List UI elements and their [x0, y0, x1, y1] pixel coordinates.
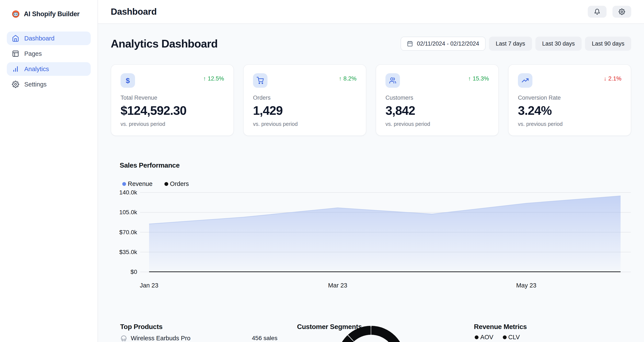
sidebar-item-label: Dashboard	[24, 35, 54, 42]
sales-chart-legend: Revenue Orders	[122, 180, 631, 188]
gear-icon	[619, 8, 625, 15]
robot-logo-icon	[12, 10, 20, 18]
legend-item-clv: CLV	[503, 334, 520, 341]
main-area: Dashboard Analytics Dashboard 02/11/2024…	[98, 0, 644, 342]
legend-item-orders: Orders	[164, 180, 189, 188]
sidebar-item-dashboard[interactable]: Dashboard	[7, 32, 91, 45]
sidebar-item-label: Analytics	[24, 66, 49, 72]
stat-card-customers: ↑15.3% Customers 3,842 vs. previous peri…	[376, 64, 499, 136]
area-chart-svg: $0$35.0k$70.0k$105.0k$140.0kJan 23Mar 23…	[111, 189, 631, 296]
svg-text:Jan 23: Jan 23	[140, 282, 158, 289]
stat-label: Orders	[253, 94, 356, 101]
stat-delta: ↑15.3%	[468, 76, 489, 82]
users-icon	[386, 73, 400, 88]
bell-icon	[594, 8, 600, 15]
stat-value: $124,592.30	[120, 103, 224, 118]
stat-compare: vs. previous period	[120, 121, 224, 127]
calendar-icon	[407, 41, 413, 47]
bar-chart-icon	[12, 66, 19, 72]
sidebar-item-pages[interactable]: Pages	[7, 47, 91, 60]
date-range-picker[interactable]: 02/11/2024 - 02/12/2024	[400, 37, 485, 51]
svg-text:$140.0k: $140.0k	[116, 189, 137, 196]
range-last-7-days-button[interactable]: Last 7 days	[489, 37, 532, 51]
headphones-icon	[120, 334, 127, 342]
analytics-heading: Analytics Dashboard	[111, 37, 218, 50]
stat-value: 3,842	[386, 103, 489, 118]
arrow-up-icon: ↑	[468, 76, 471, 82]
range-last-30-days-button[interactable]: Last 30 days	[536, 37, 582, 51]
top-products-title: Top Products	[120, 323, 278, 331]
stat-card-orders: ↑8.2% Orders 1,429 vs. previous period	[243, 64, 366, 136]
header-actions	[588, 6, 631, 18]
analytics-heading-row: Analytics Dashboard 02/11/2024 - 02/12/2…	[111, 37, 631, 51]
gear-icon	[12, 81, 19, 88]
layout-icon	[12, 50, 19, 57]
date-range-cluster: 02/11/2024 - 02/12/2024 Last 7 days Last…	[400, 37, 631, 51]
svg-text:$105.0k: $105.0k	[116, 209, 137, 216]
stat-card-conversion-rate: ↓2.1% Conversion Rate 3.24% vs. previous…	[508, 64, 631, 136]
sidebar-item-label: Pages	[24, 50, 42, 57]
svg-text:$35.0k: $35.0k	[119, 249, 137, 255]
stat-delta: ↑12.5%	[203, 76, 224, 82]
content: Analytics Dashboard 02/11/2024 - 02/12/2…	[98, 24, 644, 342]
legend-item-aov: AOV	[475, 334, 493, 341]
product-sales: 456 sales	[252, 335, 278, 342]
top-products-panel: Top Products Wireless Earbuds Pro 456 sa…	[111, 323, 278, 342]
list-item: Wireless Earbuds Pro 456 sales	[120, 334, 278, 342]
settings-button[interactable]	[612, 6, 631, 18]
arrow-up-icon: ↑	[339, 76, 342, 82]
sidebar: AI Shopify Builder Dashboard Pages Analy…	[0, 0, 98, 342]
svg-text:Mar 23: Mar 23	[328, 282, 347, 289]
revenue-metrics-legend: AOV CLV	[475, 334, 631, 341]
svg-text:$0: $0	[130, 268, 137, 275]
stats-row: $ ↑12.5% Total Revenue $124,592.30 vs. p…	[111, 64, 631, 136]
clv-dot-icon	[503, 336, 507, 339]
stat-value: 1,429	[253, 103, 356, 118]
sidebar-item-settings[interactable]: Settings	[7, 78, 91, 91]
stat-card-total-revenue: $ ↑12.5% Total Revenue $124,592.30 vs. p…	[111, 64, 234, 136]
sales-performance-title: Sales Performance	[120, 162, 631, 169]
sidebar-item-analytics[interactable]: Analytics	[7, 62, 91, 76]
sidebar-item-label: Settings	[24, 81, 47, 88]
orders-dot-icon	[164, 182, 168, 186]
home-icon	[12, 35, 19, 42]
revenue-metrics-title: Revenue Metrics	[474, 323, 631, 331]
legend-item-revenue: Revenue	[122, 180, 152, 188]
page-title: Dashboard	[111, 6, 157, 17]
revenue-metrics-panel: Revenue Metrics AOV CLV	[464, 323, 631, 342]
customer-segments-panel: Customer Segments	[288, 323, 454, 342]
stat-label: Conversion Rate	[518, 94, 622, 101]
notifications-button[interactable]	[588, 6, 606, 18]
aov-dot-icon	[475, 336, 478, 339]
product-name: Wireless Earbuds Pro	[120, 334, 248, 342]
sales-performance-chart: $0$35.0k$70.0k$105.0k$140.0kJan 23Mar 23…	[111, 189, 631, 296]
sidebar-nav: Dashboard Pages Analytics Settings	[7, 32, 91, 91]
cart-icon	[253, 73, 268, 88]
bottom-section: Top Products Wireless Earbuds Pro 456 sa…	[111, 323, 631, 342]
app-window: AI Shopify Builder Dashboard Pages Analy…	[0, 0, 644, 342]
arrow-up-icon: ↑	[203, 76, 206, 82]
svg-text:$70.0k: $70.0k	[119, 229, 137, 236]
top-header: Dashboard	[98, 0, 644, 24]
stat-compare: vs. previous period	[386, 121, 489, 127]
stat-label: Total Revenue	[120, 94, 224, 101]
stat-value: 3.24%	[518, 103, 622, 118]
stat-compare: vs. previous period	[518, 121, 622, 127]
arrow-down-icon: ↓	[604, 76, 607, 82]
date-range-value: 02/11/2024 - 02/12/2024	[417, 40, 479, 47]
trending-up-icon	[518, 73, 532, 88]
app-title: AI Shopify Builder	[24, 10, 80, 18]
stat-delta: ↑8.2%	[339, 76, 356, 82]
range-last-90-days-button[interactable]: Last 90 days	[585, 37, 631, 51]
dollar-icon: $	[120, 73, 135, 88]
stat-delta: ↓2.1%	[604, 76, 622, 82]
stat-compare: vs. previous period	[253, 121, 356, 127]
svg-text:May 23: May 23	[516, 282, 536, 289]
stat-label: Customers	[386, 94, 489, 101]
revenue-dot-icon	[122, 182, 126, 186]
app-logo: AI Shopify Builder	[7, 8, 91, 20]
